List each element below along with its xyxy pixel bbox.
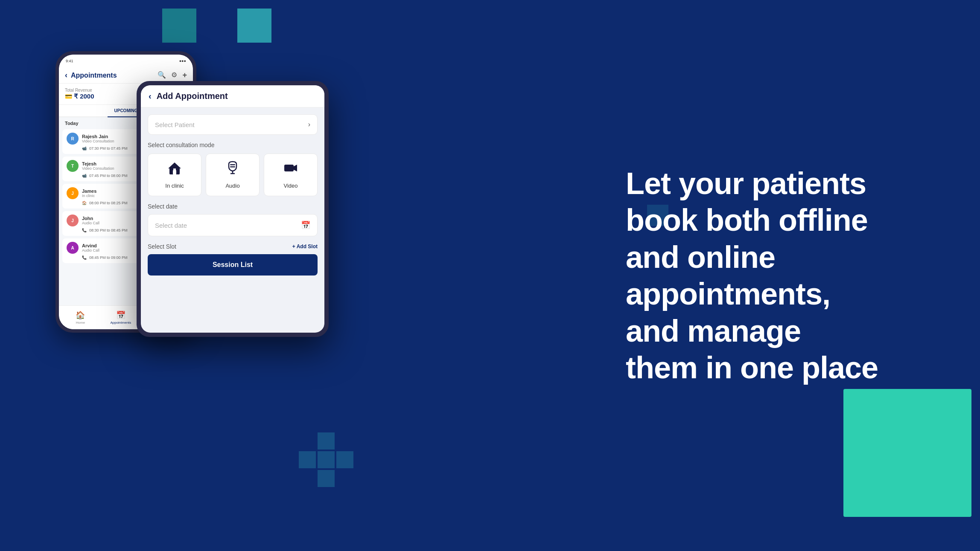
add-appointment-tablet: ‹ Add Appointment Select Patient › Selec… [137, 81, 329, 337]
appointment-time: 08:00 PM to 08:25 PM [89, 201, 128, 205]
avatar: T [67, 160, 79, 172]
tablet-title: Add Appointment [157, 91, 228, 101]
consultation-modes: In clinic Audio [148, 154, 318, 196]
svg-rect-2 [173, 170, 176, 174]
nav-appointments-label: Appointments [110, 321, 131, 325]
patient-type: In clinic [82, 194, 96, 198]
time-icon: 📞 [82, 255, 87, 260]
tagline-line3: and online [626, 240, 775, 274]
audio-label: Audio [225, 183, 239, 189]
tagline-line5: and manage [626, 313, 801, 348]
revenue-amount: ₹ 2000 [74, 93, 94, 100]
patient-type: Audio Call [82, 248, 99, 252]
appointment-time: 08:45 PM to 09:00 PM [89, 255, 128, 260]
time-icon: 📞 [82, 228, 87, 232]
chevron-right-icon: › [308, 121, 310, 128]
back-arrow-icon[interactable]: ‹ [65, 71, 67, 80]
tablet-body: Select Patient › Select consultation mod… [141, 107, 324, 282]
video-label: Video [283, 183, 298, 189]
slot-label: Select Slot [148, 243, 176, 250]
add-icon[interactable]: + [182, 71, 187, 80]
svg-marker-1 [168, 162, 181, 168]
home-icon: 🏠 [76, 310, 85, 320]
add-slot-button[interactable]: + Add Slot [292, 244, 318, 249]
date-input-row[interactable]: Select date 📅 [148, 214, 318, 236]
mode-audio[interactable]: Audio [206, 154, 260, 196]
patient-type: Video Consultation [82, 139, 114, 143]
avatar: J [67, 187, 79, 199]
right-section: Let your patients book both offline and … [626, 165, 946, 386]
phone-status-bar: 9:41 ●●● [59, 55, 193, 67]
select-patient-placeholder: Select Patient [155, 121, 195, 128]
appointment-time: 07:30 PM to 07:45 PM [89, 146, 128, 151]
avatar: A [67, 242, 79, 254]
avatar: J [67, 215, 79, 226]
slot-section: Select Slot + Add Slot [148, 243, 318, 250]
patient-name: Arvind [82, 243, 99, 248]
search-icon[interactable]: 🔍 [158, 71, 166, 80]
patient-name: Rajesh Jain [82, 134, 114, 139]
appointments-icon: 📅 [116, 310, 125, 320]
session-list-button[interactable]: Session List [148, 254, 318, 276]
tagline-line4: appointments, [626, 277, 830, 311]
main-tagline: Let your patients book both offline and … [626, 165, 946, 386]
svg-rect-5 [230, 164, 235, 165]
tablet-header: ‹ Add Appointment [141, 85, 324, 107]
video-icon [283, 161, 298, 178]
bottom-right-deco [843, 389, 971, 517]
time-icon: 📹 [82, 146, 87, 151]
calendar-icon: 📅 [301, 220, 310, 230]
svg-rect-9 [284, 165, 294, 171]
clinic-icon [167, 161, 182, 178]
svg-rect-3 [173, 168, 175, 171]
patient-name: John [82, 216, 99, 221]
nav-appointments[interactable]: 📅 Appointments [110, 310, 131, 325]
left-section: 9:41 ●●● ‹ Appointments 🔍 ⚙ + Total Reve… [21, 17, 346, 529]
svg-marker-10 [294, 165, 297, 171]
filter-icon[interactable]: ⚙ [171, 71, 177, 80]
patient-type: Video Consultation [82, 166, 114, 171]
nav-home[interactable]: 🏠 Home [76, 310, 85, 325]
tablet-back-arrow[interactable]: ‹ [149, 91, 152, 101]
patient-name: James [82, 188, 96, 194]
tagline-line1: Let your patients [626, 166, 866, 200]
date-placeholder: Select date [155, 222, 187, 229]
revenue-card-icon: 💳 [65, 93, 72, 100]
mode-video[interactable]: Video [264, 154, 318, 196]
patient-name: Tejesh [82, 161, 114, 166]
select-patient-row[interactable]: Select Patient › [148, 114, 318, 135]
appointment-time: 07:45 PM to 08:00 PM [89, 174, 128, 178]
tagline-line2: book both offline [626, 203, 868, 237]
revenue-label: Total Revenue [65, 88, 94, 93]
audio-icon [225, 161, 240, 178]
header-icons: 🔍 ⚙ + [158, 71, 187, 80]
time-icon: 📹 [82, 174, 87, 178]
select-date-label: Select date [148, 203, 318, 210]
nav-home-label: Home [76, 321, 85, 325]
mode-in-clinic[interactable]: In clinic [148, 154, 201, 196]
tagline-line6: them in one place [626, 351, 878, 385]
svg-rect-4 [175, 168, 176, 171]
consultation-mode-label: Select consultation mode [148, 142, 318, 148]
appointment-time: 08:30 PM to 08:45 PM [89, 228, 128, 232]
svg-rect-6 [230, 166, 235, 168]
phone-title: Appointments [71, 72, 158, 79]
avatar: R [67, 133, 79, 145]
time-icon: 🏠 [82, 201, 87, 205]
clinic-label: In clinic [165, 183, 184, 189]
patient-type: Audio Call [82, 221, 99, 225]
